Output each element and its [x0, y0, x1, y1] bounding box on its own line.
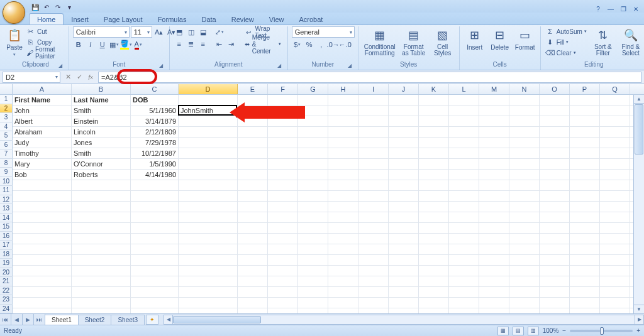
row-header-24[interactable]: 24 — [0, 305, 13, 314]
cell-I7[interactable] — [358, 159, 389, 169]
row-header-21[interactable]: 21 — [0, 277, 13, 286]
cell-G9[interactable] — [298, 180, 328, 190]
column-header-J[interactable]: J — [389, 84, 419, 94]
cell-O21[interactable] — [540, 308, 570, 313]
cell-K4[interactable] — [419, 127, 449, 137]
row-header-10[interactable]: 10 — [0, 177, 13, 187]
format-painter-button[interactable]: 🖌Format Painter — [25, 48, 65, 58]
cell-Q6[interactable] — [600, 148, 630, 158]
row-header-7[interactable]: 7 — [0, 149, 13, 159]
cell-D10[interactable] — [179, 191, 238, 201]
cell-K3[interactable] — [419, 116, 449, 126]
cell-O2[interactable] — [540, 106, 570, 116]
cell-D11[interactable] — [179, 202, 238, 212]
cell-A11[interactable] — [13, 202, 72, 212]
restore-icon[interactable]: ❐ — [619, 5, 628, 13]
cell-L12[interactable] — [449, 212, 479, 222]
cell-N18[interactable] — [509, 276, 540, 286]
cell-N12[interactable] — [509, 212, 540, 222]
fill-color-button[interactable]: 🪣 — [121, 39, 132, 50]
row-header-12[interactable]: 12 — [0, 195, 13, 205]
cell-L3[interactable] — [449, 116, 479, 126]
cell-C12[interactable] — [131, 212, 179, 222]
cell-K10[interactable] — [419, 191, 449, 201]
cell-K15[interactable] — [419, 244, 449, 254]
cell-N1[interactable] — [509, 95, 540, 105]
cell-N20[interactable] — [509, 298, 540, 308]
cell-N16[interactable] — [509, 255, 540, 265]
cell-D21[interactable] — [179, 308, 238, 313]
cell-I18[interactable] — [358, 276, 389, 286]
cell-C17[interactable] — [131, 266, 179, 276]
last-sheet-icon[interactable]: ⏭ — [34, 314, 45, 325]
cell-G16[interactable] — [298, 255, 328, 265]
page-break-view-button[interactable]: ▥ — [528, 327, 539, 335]
cell-F20[interactable] — [268, 298, 298, 308]
cell-P13[interactable] — [570, 223, 600, 233]
cell-P21[interactable] — [570, 308, 600, 313]
cell-H5[interactable] — [328, 138, 358, 148]
cell-B9[interactable] — [72, 180, 131, 190]
row-header-17[interactable]: 17 — [0, 241, 13, 250]
cell-G2[interactable] — [298, 106, 328, 116]
cell-A4[interactable]: Abraham — [13, 127, 72, 137]
column-header-M[interactable]: M — [479, 84, 509, 94]
cell-D8[interactable] — [179, 170, 238, 180]
cell-A16[interactable] — [13, 255, 72, 265]
column-header-B[interactable]: B — [72, 84, 131, 94]
autosum-button[interactable]: ΣAutoSum▾ — [545, 26, 588, 36]
cell-B17[interactable] — [72, 266, 131, 276]
accounting-format-button[interactable]: $ — [292, 39, 303, 50]
cell-N19[interactable] — [509, 287, 540, 297]
cell-G18[interactable] — [298, 276, 328, 286]
cell-H19[interactable] — [328, 287, 358, 297]
cell-O18[interactable] — [540, 276, 570, 286]
column-header-F[interactable]: F — [268, 84, 298, 94]
cell-D2[interactable]: JohnSmith — [179, 106, 238, 116]
cell-E21[interactable] — [238, 308, 268, 313]
office-button[interactable] — [3, 1, 25, 24]
cell-E16[interactable] — [238, 255, 268, 265]
cell-C3[interactable]: 3/14/1879 — [131, 116, 179, 126]
decrease-decimal-button[interactable]: ←.0 — [340, 39, 351, 50]
tab-page-layout[interactable]: Page Layout — [96, 14, 150, 24]
cell-P20[interactable] — [570, 298, 600, 308]
cell-B11[interactable] — [72, 202, 131, 212]
zoom-out-button[interactable]: − — [562, 327, 566, 334]
cell-O5[interactable] — [540, 138, 570, 148]
cell-K8[interactable] — [419, 170, 449, 180]
cell-M11[interactable] — [479, 202, 509, 212]
cell-J2[interactable] — [389, 106, 419, 116]
cell-A10[interactable] — [13, 191, 72, 201]
cell-I3[interactable] — [358, 116, 389, 126]
scroll-right-icon[interactable]: ▶ — [635, 315, 643, 324]
cell-Q14[interactable] — [600, 234, 630, 244]
cell-O15[interactable] — [540, 244, 570, 254]
cell-M1[interactable] — [479, 95, 509, 105]
cell-O1[interactable] — [540, 95, 570, 105]
cell-F16[interactable] — [268, 255, 298, 265]
horizontal-scrollbar[interactable]: ◀ ▶ — [164, 315, 644, 325]
cell-Q21[interactable] — [600, 308, 630, 313]
cell-Q10[interactable] — [600, 191, 630, 201]
cell-Q9[interactable] — [600, 180, 630, 190]
cell-H18[interactable] — [328, 276, 358, 286]
cell-D13[interactable] — [179, 223, 238, 233]
cell-C16[interactable] — [131, 255, 179, 265]
cell-I14[interactable] — [358, 234, 389, 244]
cell-I10[interactable] — [358, 191, 389, 201]
cancel-formula-icon[interactable]: ✕ — [63, 72, 73, 82]
cell-E2[interactable] — [238, 106, 268, 116]
cell-L21[interactable] — [449, 308, 479, 313]
column-header-Q[interactable]: Q — [600, 84, 630, 94]
cell-A14[interactable] — [13, 234, 72, 244]
cell-B7[interactable]: O'Connor — [72, 159, 131, 169]
cell-N8[interactable] — [509, 170, 540, 180]
cell-K9[interactable] — [419, 180, 449, 190]
cell-P4[interactable] — [570, 127, 600, 137]
cell-D18[interactable] — [179, 276, 238, 286]
cell-M15[interactable] — [479, 244, 509, 254]
cell-O12[interactable] — [540, 212, 570, 222]
cell-O10[interactable] — [540, 191, 570, 201]
cell-C18[interactable] — [131, 276, 179, 286]
